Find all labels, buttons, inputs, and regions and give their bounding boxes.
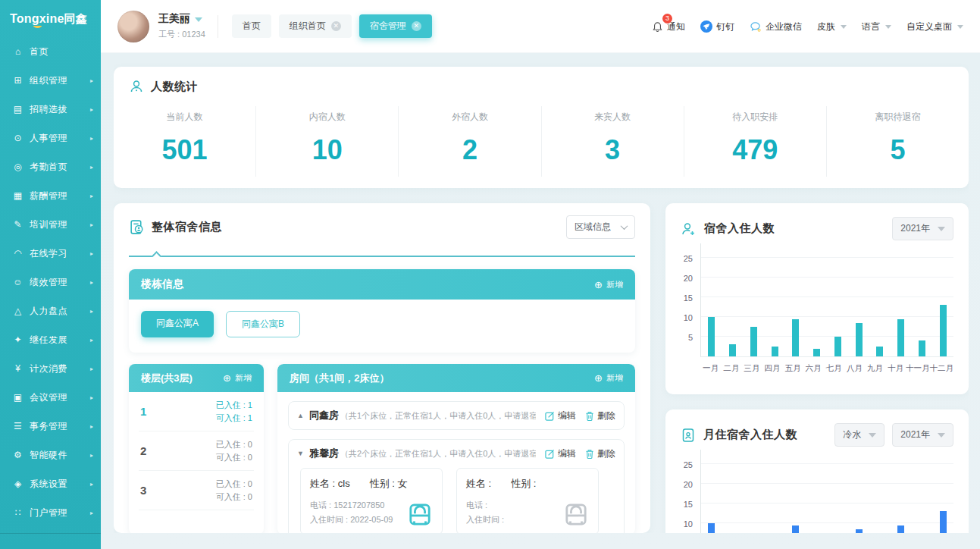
stat-value: 479 <box>684 134 826 166</box>
room-name: 雅馨房 <box>309 447 339 460</box>
language-label: 语言 <box>862 20 880 33</box>
stat-外宿人数: 外宿人数2 <box>399 106 541 177</box>
floor-occupied: 已入住 : 0 <box>216 478 252 491</box>
dingtalk-button[interactable]: 钉钉 <box>700 20 734 33</box>
sidebar-item-门户管理[interactable]: ∷门户管理▸ <box>0 498 101 527</box>
x-axis: 一月二月三月四月五月六月七月八月九月十月十一月十二月 <box>700 359 953 374</box>
stat-value: 501 <box>114 134 255 166</box>
stat-label: 内宿人数 <box>256 111 398 124</box>
filter-select-2021年[interactable]: 2021年 <box>892 423 953 447</box>
chevron-right-icon: ▸ <box>90 221 93 228</box>
triangle-up-icon[interactable]: ▲ <box>297 412 304 419</box>
floor-occupancy: 已入住 : 0可入住 : 0 <box>216 438 252 463</box>
building-button-同鑫公寓B[interactable]: 同鑫公寓B <box>226 311 300 337</box>
filter-select-冷水[interactable]: 冷水 <box>834 423 885 447</box>
tab-首页[interactable]: 首页 <box>232 14 271 38</box>
sidebar-item-label: 绩效管理 <box>30 276 90 289</box>
sidebar-item-招聘选拔[interactable]: ▤招聘选拔▸ <box>0 95 101 124</box>
dingtalk-icon <box>700 20 712 33</box>
filter-select-2021年[interactable]: 2021年 <box>892 217 953 240</box>
close-icon[interactable]: ✕ <box>331 21 341 31</box>
person-icon <box>129 79 144 94</box>
sidebar-item-智能硬件[interactable]: ⚙智能硬件▸ <box>0 441 101 469</box>
room-row-雅馨房: ▼雅馨房（共2个床位，正常住宿1人，申请入住0人，申请退宿0人，可入住0人）编辑… <box>288 439 625 533</box>
sidebar-item-首页[interactable]: ⌂首页 <box>0 37 101 66</box>
edit-room-button[interactable]: 编辑 <box>545 447 576 460</box>
stat-当前人数: 当前人数501 <box>114 106 256 177</box>
wecom-label: 企业微信 <box>766 20 802 33</box>
sidebar-item-考勤首页[interactable]: ◎考勤首页▸ <box>0 152 101 181</box>
tab-组织首页[interactable]: 组织首页✕ <box>279 14 352 38</box>
tab-label: 宿舍管理 <box>370 20 406 33</box>
sidebar-item-人事管理[interactable]: ⊙人事管理▸ <box>0 124 101 152</box>
region-select[interactable]: 区域信息 <box>566 215 635 239</box>
chart2-filters: 冷水2021年 <box>834 423 953 447</box>
bar-八月 <box>856 529 863 533</box>
sidebar-item-label: 人力盘点 <box>30 305 90 318</box>
stat-value: 10 <box>256 134 398 166</box>
sidebar-item-组织管理[interactable]: ⊞组织管理▸ <box>0 66 101 95</box>
attendance-icon: ◎ <box>12 162 23 172</box>
sidebar-item-系统设置[interactable]: ◈系统设置▸ <box>0 469 101 498</box>
language-dropdown[interactable]: 语言 <box>862 20 891 33</box>
sidebar-item-人力盘点[interactable]: △人力盘点▸ <box>0 296 101 325</box>
chevron-right-icon: ▸ <box>90 337 93 344</box>
custom-desktop-dropdown[interactable]: 自定义桌面 <box>906 20 963 33</box>
x-tick-label: 十二月 <box>929 359 953 374</box>
logo-text-cn: 同鑫 <box>64 12 87 25</box>
plot-area <box>700 450 953 533</box>
bed-name: 姓名 : cls <box>310 477 350 491</box>
add-room-button[interactable]: ⊕新增 <box>594 372 623 384</box>
add-floor-button[interactable]: ⊕新增 <box>223 372 252 384</box>
person-plus-icon <box>681 221 697 237</box>
avatar[interactable] <box>117 11 149 42</box>
wecom-button[interactable]: 企业微信 <box>750 20 802 33</box>
bed-gender: 性别 : <box>511 477 536 491</box>
skin-label: 皮肤 <box>817 20 835 33</box>
stat-内宿人数: 内宿人数10 <box>256 106 399 177</box>
sidebar-item-label: 人事管理 <box>30 132 90 145</box>
delete-room-button[interactable]: 删除 <box>585 447 615 460</box>
stats-row: 当前人数501内宿人数10外宿人数2来宾人数3待入职安排479离职待退宿5 <box>114 106 969 177</box>
chevron-down-icon <box>938 433 945 438</box>
header-divider <box>218 15 218 38</box>
sidebar-item-在线学习[interactable]: ◠在线学习▸ <box>0 239 101 268</box>
edit-label: 编辑 <box>558 409 576 422</box>
sidebar-item-计次消费[interactable]: ¥计次消费▸ <box>0 354 101 383</box>
building-button-同鑫公寓A[interactable]: 同鑫公寓A <box>141 311 214 337</box>
sidebar-item-绩效管理[interactable]: ☺绩效管理▸ <box>0 268 101 296</box>
sidebar-item-继任发展[interactable]: ✦继任发展▸ <box>0 325 101 354</box>
skin-dropdown[interactable]: 皮肤 <box>817 20 847 33</box>
notifications-button[interactable]: 通知 3 <box>652 20 685 33</box>
add-building-label: 新增 <box>606 279 623 290</box>
floor-row-3[interactable]: 3已入住 : 0可入住 : 0 <box>139 471 254 510</box>
sidebar-item-会议管理[interactable]: ▣会议管理▸ <box>0 383 101 412</box>
sidebar-item-薪酬管理[interactable]: ▦薪酬管理▸ <box>0 181 101 210</box>
dorm-doc-icon <box>129 219 145 235</box>
user-menu[interactable]: 王美丽 <box>158 12 205 26</box>
x-tick-label: 三月 <box>741 359 762 374</box>
sidebar-menu: ⌂首页⊞组织管理▸▤招聘选拔▸⊙人事管理▸◎考勤首页▸▦薪酬管理▸✎培训管理▸◠… <box>0 37 101 527</box>
add-building-button[interactable]: ⊕新增 <box>594 279 623 290</box>
chevron-right-icon: ▸ <box>90 308 93 315</box>
stat-离职待退宿: 离职待退宿5 <box>827 106 969 177</box>
edit-label: 编辑 <box>558 447 576 460</box>
edit-room-button[interactable]: 编辑 <box>545 409 576 422</box>
triangle-down-icon[interactable]: ▼ <box>297 450 304 457</box>
floor-available: 可入住 : 0 <box>216 451 252 464</box>
sidebar-item-事务管理[interactable]: ☰事务管理▸ <box>0 412 101 441</box>
bar-十月 <box>897 525 904 533</box>
chevron-right-icon: ▸ <box>90 250 93 257</box>
floor-row-2[interactable]: 2已入住 : 0可入住 : 0 <box>139 431 254 471</box>
delete-label: 删除 <box>597 409 615 422</box>
tab-宿舍管理[interactable]: 宿舍管理✕ <box>359 14 432 38</box>
floor-row-1[interactable]: 1已入住 : 1可入住 : 1 <box>139 392 254 431</box>
y-tick-label: 5 <box>688 333 693 342</box>
room-name: 同鑫房 <box>309 409 339 422</box>
close-icon[interactable]: ✕ <box>412 21 421 31</box>
chart1-plot: 510152025一月二月三月四月五月六月七月八月九月十月十一月十二月 <box>676 243 955 374</box>
delete-room-button[interactable]: 删除 <box>585 409 615 422</box>
sidebar-item-培训管理[interactable]: ✎培训管理▸ <box>0 210 101 239</box>
x-tick-label: 八月 <box>844 359 865 374</box>
stat-label: 当前人数 <box>114 111 255 124</box>
